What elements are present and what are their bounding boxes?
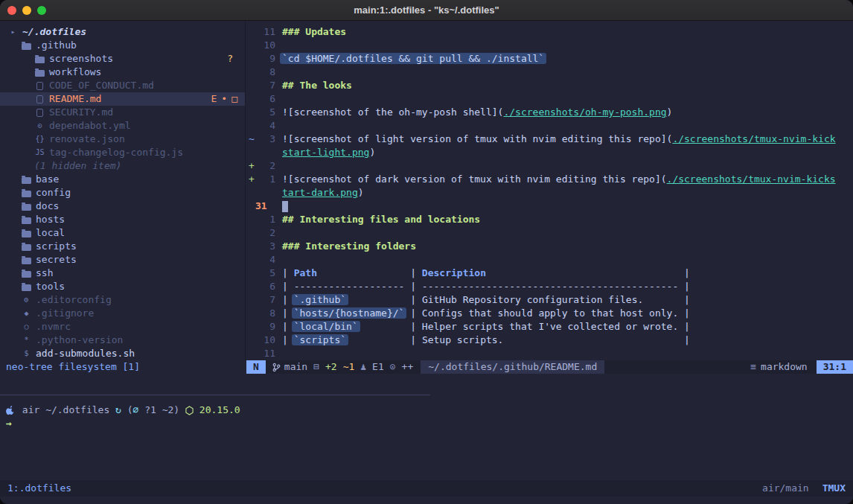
tree-item-1-hidden-item[interactable]: (1 hidden item) [0,159,245,173]
diagnostics-count: E1 [372,360,384,374]
tree-item-ssh[interactable]: ssh [0,267,245,280]
git-branch-name: main [284,360,307,374]
filetype-label: markdown [761,360,808,374]
file-icon [36,95,43,103]
prompt-arrow: → [6,417,12,430]
tree-item-screenshots[interactable]: screenshots? [0,52,245,66]
git-status-counts: ?1 ~2 [138,403,173,417]
line-number: 31 [255,200,275,213]
editor-line[interactable]: 11 [246,347,853,360]
tree-item-label: .github [36,39,77,52]
terminal-window: main:1:.dotfiles - "ks~/.dotfiles" ▸~/.d… [0,0,853,504]
editor-line[interactable]: 9`cd $HOME/.dotfiles && git pull && ./in… [246,52,853,66]
tree-item-tag-changelog-config-js[interactable]: JStag-changelog-config.js [0,146,245,159]
js-icon: JS [34,146,45,159]
tree-item-label: screenshots [49,52,113,66]
folder-icon [21,229,32,237]
editor-line[interactable]: 9| `local/bin` | Helper scripts that I'v… [246,320,853,334]
editor-line[interactable]: 8| `hosts/{hostname}/` | Configs that sh… [246,307,853,320]
tree-item-config[interactable]: config [0,186,245,200]
line-text: ![screenshot of dark version of tmux wit… [282,173,836,186]
editor-line[interactable]: tart-dark.png) [246,186,853,200]
tree-item-workflows[interactable]: workflows [0,66,245,79]
line-text: tart-dark.png) [282,186,364,200]
line-text: ### Updates [282,25,346,39]
tree-item-nvmrc[interactable]: ○.nvmrc [0,320,245,334]
editor-pane[interactable]: 11### Updates109`cd $HOME/.dotfiles && g… [246,21,853,360]
tree-item-add-submodules-sh[interactable]: $add-submodules.sh [0,347,245,360]
folder-icon [35,57,45,63]
editor-line[interactable]: start-light.png) [246,146,853,159]
tree-item-scripts[interactable]: scripts [0,240,245,253]
gutter-sign: ~ [246,133,255,146]
minimize-button[interactable] [22,6,31,15]
line-number: 3 [255,240,275,253]
tree-item-label: .python-version [36,334,123,347]
git-badge: • [221,92,227,106]
tree-item-tools[interactable]: tools [0,280,245,293]
tree-item-python-version[interactable]: *.python-version [0,334,245,347]
tmux-window-label[interactable]: 1:.dotfiles [7,482,71,495]
editor-line[interactable]: 4 [246,119,853,133]
editor-line[interactable]: 1## Interesting files and locations [246,213,853,226]
tree-item-dotfiles[interactable]: ▸~/.dotfiles [0,25,245,39]
line-text: | ------------------- | ----------------… [282,280,690,293]
tree-item-hosts[interactable]: hosts [0,213,245,226]
git-sync-icon: ↻ [115,403,127,417]
line-text: | Path | Description | [282,267,690,280]
zoom-button[interactable] [37,6,46,15]
shell-pane[interactable]: air ~/.dotfiles ↻ (∅ ?1 ~2) 20.15.0 → [0,395,853,430]
line-text: ![screenshot of the oh-my-posh shell](./… [282,106,672,119]
close-button[interactable] [7,6,16,15]
editor-line[interactable]: 7## The looks [246,79,853,92]
file-icon [34,82,45,90]
shell-input-line[interactable]: → [6,417,853,430]
editor-line[interactable]: 31 [246,200,853,213]
tree-item-github[interactable]: .github [0,39,245,52]
gutter-sign: + [246,173,255,186]
editor-line[interactable]: 7| `.github` | GitHub Repository configu… [246,293,853,307]
folder-icon [34,55,45,63]
statusline-right: ≡ markdown 31:1 [750,360,853,374]
editor-line[interactable]: +2 [246,159,853,173]
tree-item-code-of-conduct-md[interactable]: CODE_OF_CONDUCT.md [0,79,245,92]
editor-line[interactable]: 4 [246,253,853,267]
line-number: 6 [255,92,275,106]
tree-item-label: scripts [36,240,77,253]
file-icon [36,109,43,117]
terminal-content: ▸~/.dotfiles.githubscreenshots?workflows… [0,21,853,504]
tree-item-label: tag-changelog-config.js [49,146,183,159]
editor-line[interactable]: +1![screenshot of dark version of tmux w… [246,173,853,186]
editor-line[interactable]: 3### Interesting folders [246,240,853,253]
folder-icon [22,177,31,184]
folder-icon [22,204,31,211]
tree-item-label: (1 hidden item) [34,159,121,173]
folder-icon [22,191,31,197]
tree-item-base[interactable]: base [0,173,245,186]
editor-line[interactable]: 5| Path | Description | [246,267,853,280]
tree-item-label: ssh [36,267,53,280]
folder-icon [21,189,32,197]
tree-item-gitignore[interactable]: ◆.gitignore [0,307,245,320]
editor-line[interactable]: 11### Updates [246,25,853,39]
editor-line[interactable]: 10| `scripts` | Setup scripts. | [246,334,853,347]
tree-item-secrets[interactable]: secrets [0,253,245,267]
git-added-count: +2 [325,360,337,374]
tree-item-security-md[interactable]: SECURITY.md [0,106,245,119]
chevron-right-icon: ▸ [7,25,19,39]
editor-line[interactable]: 8 [246,66,853,79]
tree-item-local[interactable]: local [0,226,245,240]
editor-line[interactable]: 6 [246,92,853,106]
tree-item-docs[interactable]: docs [0,200,245,213]
editor-line[interactable]: 10 [246,39,853,52]
tree-item-editorconfig[interactable]: ⚙.editorconfig [0,293,245,307]
tree-item-readme-md[interactable]: README.mdE•□ [0,92,245,106]
editor-line[interactable]: 2 [246,226,853,240]
tree-item-dependabot-yml[interactable]: ⊙dependabot.yml [0,119,245,133]
editor-line[interactable]: 5![screenshot of the oh-my-posh shell](.… [246,106,853,119]
titlebar: main:1:.dotfiles - "ks~/.dotfiles" [0,0,853,21]
tree-item-label: README.md [49,92,101,106]
tree-item-renovate-json[interactable]: {}renovate.json [0,133,245,146]
editor-line[interactable]: 6| ------------------- | ---------------… [246,280,853,293]
editor-line[interactable]: ~3![screenshot of light version of tmux … [246,133,853,146]
